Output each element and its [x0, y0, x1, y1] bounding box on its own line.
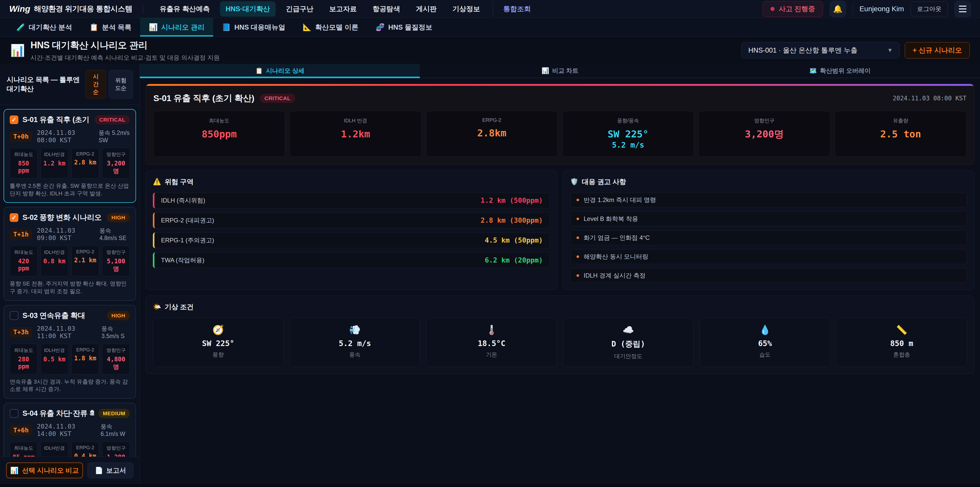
hazard-value: 4.5 km (50ppm)	[485, 236, 543, 244]
weather-card-humidity: 💧 65% 습도	[700, 318, 830, 367]
compass-icon: 🧭	[155, 324, 281, 335]
detail-content: S-01 유출 직후 (초기 확산) CRITICAL 2024.11.03 0…	[140, 78, 980, 484]
sidebar-footer: 📊 선택 시나리오 비교 📄 보고서	[0, 457, 140, 484]
stat-affected-population: 영향인구 4,800명	[102, 344, 130, 374]
page-title: HNS 대기확산 시나리오 관리	[30, 39, 220, 51]
stat-idlh-radius: IDLH반경 0.8 km	[41, 246, 68, 276]
subtab-scenario-management[interactable]: 📊 시나리오 관리	[140, 18, 213, 37]
brand: Wing 해양환경 위기대응 통합시스템	[9, 4, 132, 14]
hazard-value: 6.2 km (20ppm)	[485, 256, 543, 264]
weather-card-stability: ☁️ D (중립) 대기안정도	[563, 318, 694, 367]
severity-badge: CRITICAL	[95, 115, 130, 125]
stat-value: 3,200명	[104, 160, 128, 175]
recommendation-item: IDLH 경계 실시간 측정	[570, 268, 967, 283]
sidebar-title: 시나리오 목록 — 톨루엔 대기확산	[6, 75, 86, 93]
sort-by-time-button[interactable]: 시간순	[86, 70, 106, 99]
panel-title: 대응 권고 사항	[582, 177, 626, 187]
nav-item-rescue[interactable]: 긴급구난	[280, 1, 319, 17]
scenario-card-s01[interactable]: S-01 유출 직후 (초기 확산) CRITICAL T+0h 2024.11…	[3, 109, 136, 203]
stat-max-concentration: 최대농도 280 ppm	[10, 344, 38, 374]
hazard-recommendation-row: ⚠️ 위험 구역 IDLH (즉시위험) 1.2 km (500ppm) ERP…	[145, 170, 974, 290]
bottom-edge-bar	[0, 484, 980, 487]
stat-value: 280 ppm	[11, 356, 36, 370]
bell-icon: 🔔	[833, 4, 842, 13]
incident-status-label: 사고 진행중	[779, 4, 815, 14]
logout-button[interactable]: 로그아웃	[911, 2, 948, 16]
stat-label: ERPG-2	[73, 151, 97, 157]
subtab-dispersion-analysis[interactable]: 🧪 대기확산 분석	[8, 18, 81, 37]
hazard-zones-panel: ⚠️ 위험 구역 IDLH (즉시위험) 1.2 km (500ppm) ERP…	[145, 170, 557, 290]
incident-select[interactable]: HNS-001 · 울산 온산항 톨루엔 누출 ▼	[741, 42, 900, 59]
incident-select-value: HNS-001 · 울산 온산항 톨루엔 누출	[748, 46, 858, 55]
bar-chart-icon: 📊	[149, 23, 158, 31]
nav-item-board[interactable]: 게시판	[410, 1, 442, 17]
scenario-checkbox[interactable]	[10, 115, 18, 124]
subtab-label: 확산모델 이론	[315, 23, 359, 32]
detail-severity-badge: CRITICAL	[260, 94, 295, 103]
severity-badge: HIGH	[107, 311, 130, 320]
nav-item-oil-spill[interactable]: 유출유 확산예측	[154, 1, 215, 17]
recommendation-item: Level B 화학복 착용	[570, 211, 967, 226]
nav-separator	[853, 3, 853, 14]
document-icon: 📄	[95, 466, 103, 474]
new-scenario-button[interactable]: + 신규 시나리오	[905, 42, 970, 59]
stat-label: IDLH반경	[42, 249, 67, 255]
scenario-wind: 풍속 3.5m/s S	[101, 325, 130, 340]
subtab-analysis-list[interactable]: 📋 분석 목록	[81, 18, 140, 37]
bar-chart-icon: 📊	[10, 466, 18, 474]
subtab-label: 대기확산 분석	[29, 23, 72, 32]
scenario-checkbox[interactable]	[10, 311, 18, 320]
subtab-model-theory[interactable]: 📐 확산모델 이론	[294, 18, 367, 37]
stat-value: 2.8 km	[73, 159, 97, 166]
panel-title: 위험 구역	[165, 177, 193, 187]
subtab-label: 분석 목록	[102, 23, 131, 32]
nav-item-hns-dispersion[interactable]: HNS·대기확산	[220, 1, 275, 17]
nav-item-reports[interactable]: 보고자료	[324, 1, 363, 17]
severity-badge: HIGH	[107, 213, 130, 222]
hazard-value: 1.2 km (500ppm)	[480, 196, 543, 204]
nav-item-integrated-search[interactable]: 통합조회	[493, 1, 536, 17]
nav-item-aerial-search[interactable]: 항공탐색	[367, 1, 406, 17]
droplet-icon: 💧	[702, 324, 828, 335]
compare-scenarios-button[interactable]: 📊 선택 시나리오 비교	[6, 463, 83, 478]
weather-label: 기온	[428, 351, 555, 359]
tab-dispersion-overlay[interactable]: 🗺️ 확산범위 오버레이	[700, 64, 980, 78]
tab-comparison-chart[interactable]: 📊 비교 차트	[420, 64, 700, 78]
ruler-icon: 📏	[838, 324, 965, 335]
detail-stat-max-concentration: 최대농도 850ppm	[153, 111, 285, 157]
content-area: 시나리오 목록 — 톨루엔 대기확산 시간순 위험도순 S-01 유출 직후 (…	[0, 64, 980, 484]
cloud-icon: ☁️	[565, 324, 691, 335]
subtab-hns-manual[interactable]: 📘 HNS 대응매뉴얼	[213, 18, 294, 37]
main-panel: 📋 시나리오 상세 📊 비교 차트 🗺️ 확산범위 오버레이	[140, 64, 980, 484]
scenario-card-s03[interactable]: S-03 연속유출 확대 HIGH T+3h 2024.11.03 11:00 …	[3, 305, 136, 399]
notifications-button[interactable]: 🔔	[830, 1, 846, 17]
sort-by-risk-button[interactable]: 위험도순	[109, 70, 133, 99]
chevron-down-icon: ▼	[887, 47, 893, 54]
thermometer-icon: 🌡️	[428, 324, 555, 335]
module-subtabs: 🧪 대기확산 분석 📋 분석 목록 📊 시나리오 관리 📘 HNS 대응매뉴얼 …	[0, 18, 980, 37]
stat-value: 5,100명	[104, 258, 128, 273]
tab-scenario-detail[interactable]: 📋 시나리오 상세	[140, 64, 420, 78]
incident-dot-icon	[770, 7, 775, 11]
stat-value: 1.8 km	[73, 355, 97, 362]
scenario-card-s04[interactable]: S-04 유출 차단·잔류 확산 MEDIUM T+6h 2024.11.03 …	[3, 403, 136, 457]
test-tube-icon: 🧪	[16, 23, 25, 31]
stat-value: SW 225°	[565, 128, 692, 141]
warning-icon: ⚠️	[153, 178, 161, 186]
stat-value: 1.2km	[292, 128, 419, 141]
scenario-wind: 풍속 5.2m/s SW	[99, 129, 130, 144]
scenario-checkbox[interactable]	[10, 213, 18, 222]
report-label: 보고서	[106, 466, 126, 475]
hazard-label: ERPG-1 (주의권고)	[161, 236, 214, 244]
tab-label: 시나리오 상세	[266, 67, 304, 75]
hazard-value: 2.8 km (300ppm)	[480, 216, 543, 224]
report-button[interactable]: 📄 보고서	[88, 463, 134, 478]
scenario-description: 풍향 SE 전환. 주거지역 방향 확산 확대. 영향인구 증가. 대피 범위 …	[10, 280, 130, 295]
nav-item-weather[interactable]: 기상정보	[447, 1, 486, 17]
triangle-ruler-icon: 📐	[303, 23, 312, 31]
subtab-hns-substance-info[interactable]: 🧬 HNS 물질정보	[367, 18, 441, 37]
scenario-checkbox[interactable]	[10, 409, 18, 418]
time-offset-badge: T+3h	[10, 327, 32, 337]
hamburger-menu-button[interactable]	[955, 1, 971, 17]
scenario-card-s02[interactable]: S-02 풍향 변화 시나리오 HIGH T+1h 2024.11.03 09:…	[3, 207, 136, 300]
